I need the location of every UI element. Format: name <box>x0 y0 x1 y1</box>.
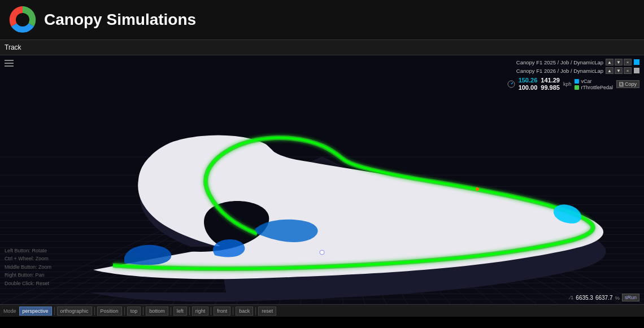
top-right-controls: Canopy F1 2025 / Job / DynamicLap ▲ ▼ × … <box>507 59 639 91</box>
mode-separator <box>94 307 95 315</box>
srun-label: sRun <box>625 295 637 300</box>
viewport[interactable]: Canopy F1 2025 / Job / DynamicLap ▲ ▼ × … <box>0 55 644 304</box>
lap-row-1: Canopy F1 2025 / Job / DynamicLap ▲ ▼ × <box>516 59 639 65</box>
legend-item-vcar: vCar <box>575 78 613 84</box>
lap2-close[interactable]: × <box>624 67 632 74</box>
value-v3: 100.00 <box>519 84 538 91</box>
value-v2: 141.29 <box>541 77 560 84</box>
toolbar: Track <box>0 40 644 55</box>
lap2-label: Canopy F1 2026 / Job / DynamicLap <box>516 68 603 74</box>
lap1-close[interactable]: × <box>624 59 632 65</box>
info-line2: Ctrl + Wheel: Zoom <box>5 255 51 263</box>
value-v1: 150.26 <box>519 77 538 84</box>
mode-separator <box>233 307 233 315</box>
lap2-down[interactable]: ▼ <box>615 67 623 74</box>
toolbar-track-label: Track <box>5 43 21 51</box>
lap-row-2: Canopy F1 2026 / Job / DynamicLap ▲ ▼ × <box>516 67 639 74</box>
copy-icon <box>619 82 624 87</box>
val-legend: vCar rThrottlePedal <box>575 78 613 90</box>
mode-separator <box>189 307 190 315</box>
bottom-right-info: ⁄1 6635.3 6637.7 % sRun <box>570 294 639 301</box>
mode-btn-top[interactable]: top <box>127 307 141 316</box>
mode-separator <box>124 307 125 315</box>
hamburger-line1 <box>5 60 14 61</box>
percent-icon: % <box>615 295 620 301</box>
car-marker <box>320 250 324 255</box>
info-line4: Right Button: Pan <box>5 271 51 279</box>
lap2-up[interactable]: ▲ <box>606 67 613 74</box>
copy-button[interactable]: Copy <box>616 80 639 88</box>
lap1-down[interactable]: ▼ <box>615 59 623 65</box>
legend-label-throttle: rThrottlePedal <box>581 85 613 90</box>
legend-label-vcar: vCar <box>581 78 591 84</box>
lap2-controls[interactable]: ▲ ▼ × <box>606 67 632 74</box>
val-group-2: 141.29 99.985 <box>541 77 560 91</box>
info-line1: Left Button: Rotate <box>5 247 51 255</box>
mode-btn-back[interactable]: back <box>236 307 253 316</box>
srun-button[interactable]: sRun <box>622 294 639 301</box>
hamburger-line2 <box>5 63 14 64</box>
mode-btn-orthographic[interactable]: orthographic <box>57 307 92 316</box>
hamburger-menu[interactable] <box>5 60 14 67</box>
mode-separator <box>211 307 211 315</box>
speedometer-icon <box>507 80 515 88</box>
copy-label: Copy <box>625 81 637 87</box>
mode-btn-Position[interactable]: Position <box>97 307 122 316</box>
mode-btn-reset[interactable]: reset <box>258 307 276 316</box>
legend-dot-throttle <box>575 85 579 90</box>
legend-item-throttle: rThrottlePedal <box>575 85 613 90</box>
mode-separator <box>143 307 143 315</box>
info-line5: Double Click: Reset <box>5 279 51 287</box>
coord1: 6635.3 <box>576 295 593 301</box>
slash-icon: ⁄1 <box>570 295 574 300</box>
app-title: Canopy Simulations <box>44 11 196 29</box>
value-v4: 99.985 <box>541 84 560 91</box>
mode-btn-right[interactable]: right <box>192 307 209 316</box>
mode-separator <box>54 307 55 315</box>
bottom-bar: Mode perspectiveorthographicPositiontopb… <box>0 304 644 317</box>
canopy-logo <box>8 5 37 34</box>
orange-marker <box>476 187 479 191</box>
mode-separator <box>171 307 171 315</box>
val-group-1: 150.26 100.00 <box>519 77 538 91</box>
val-unit: kph <box>563 81 572 87</box>
info-line3: Middle Button: Zoom <box>5 263 51 271</box>
track-visualization <box>0 55 644 304</box>
value-display: 150.26 100.00 141.29 99.985 kph vCar rTh… <box>507 77 639 91</box>
coord2: 6637.7 <box>595 295 613 301</box>
mode-btn-front[interactable]: front <box>214 307 230 316</box>
mode-separator <box>255 307 256 315</box>
legend-dot-vcar <box>575 79 579 84</box>
mode-label: Mode <box>3 308 16 314</box>
hamburger-line3 <box>5 65 14 67</box>
lap1-label: Canopy F1 2025 / Job / DynamicLap <box>516 59 603 65</box>
mode-btn-perspective[interactable]: perspective <box>19 307 52 316</box>
mode-btn-bottom[interactable]: bottom <box>146 307 168 316</box>
bottom-left-info: Left Button: Rotate Ctrl + Wheel: Zoom M… <box>5 247 51 287</box>
mode-btn-left[interactable]: left <box>173 307 187 316</box>
header: Canopy Simulations <box>0 0 644 40</box>
lap1-controls[interactable]: ▲ ▼ × <box>606 59 632 65</box>
svg-point-1 <box>16 13 29 27</box>
lap1-up[interactable]: ▲ <box>606 59 613 65</box>
svg-line-3 <box>511 82 513 84</box>
lap1-color <box>634 59 639 65</box>
lap2-color <box>634 68 639 73</box>
